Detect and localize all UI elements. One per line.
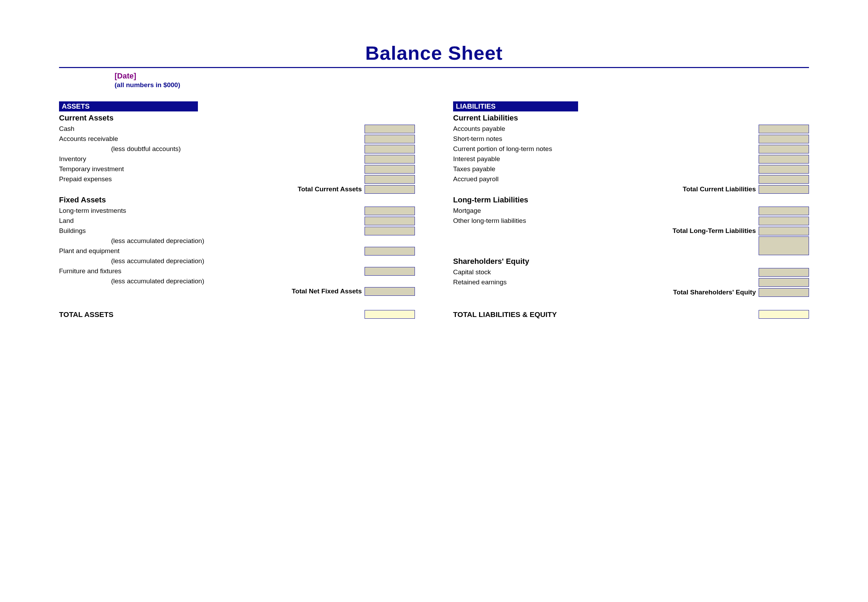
cell-total-assets[interactable] xyxy=(364,310,415,319)
label-cp-lt: Current portion of long-term notes xyxy=(453,145,759,153)
cell-taxes[interactable] xyxy=(759,165,809,174)
cell-cp-lt[interactable] xyxy=(759,145,809,154)
row-less-doubtful: (less doubtful accounts) xyxy=(59,144,415,154)
label-inventory: Inventory xyxy=(59,155,364,163)
row-total-fixed-assets: Total Net Fixed Assets xyxy=(59,286,415,296)
label-retained: Retained earnings xyxy=(453,278,759,286)
row-payroll: Accrued payroll xyxy=(453,174,809,184)
cell-lti[interactable] xyxy=(364,207,415,215)
label-land: Land xyxy=(59,217,364,225)
row-furniture: Furniture and fixtures xyxy=(59,266,415,276)
row-inventory: Inventory xyxy=(59,154,415,164)
row-capital: Capital stock xyxy=(453,267,809,277)
row-total-equity: Total Shareholders' Equity xyxy=(453,287,809,297)
cell-total-current-assets[interactable] xyxy=(364,185,415,194)
row-total-current-assets: Total Current Assets xyxy=(59,184,415,194)
cell-plant[interactable] xyxy=(364,247,415,255)
label-total-equity: Total Shareholders' Equity xyxy=(453,289,759,296)
equity-heading: Shareholders' Equity xyxy=(453,257,809,266)
row-total-assets: TOTAL ASSETS xyxy=(59,310,415,319)
cell-ar[interactable] xyxy=(364,135,415,143)
label-lti: Long-term investments xyxy=(59,207,364,215)
label-capital: Capital stock xyxy=(453,268,759,276)
cell-buildings[interactable] xyxy=(364,227,415,235)
row-spacer-tall xyxy=(453,236,809,255)
label-prepaid: Prepaid expenses xyxy=(59,175,364,183)
row-ap: Accounts payable xyxy=(453,124,809,134)
cell-retained[interactable] xyxy=(759,278,809,287)
cell-total-cl[interactable] xyxy=(759,185,809,194)
cell-ap[interactable] xyxy=(759,124,809,133)
cell-temp-inv[interactable] xyxy=(364,165,415,174)
row-land: Land xyxy=(59,216,415,226)
cell-cash[interactable] xyxy=(364,124,415,133)
row-mortgage: Mortgage xyxy=(453,206,809,216)
row-less-dep3: (less accumulated depreciation) xyxy=(59,276,415,286)
meta-block: [Date] (all numbers in $000) xyxy=(115,72,809,89)
label-plant: Plant and equipment xyxy=(59,247,364,255)
label-less-dep2: (less accumulated depreciation) xyxy=(59,257,364,265)
cell-mortgage[interactable] xyxy=(759,207,809,215)
columns: ASSETS Current Assets Cash Accounts rece… xyxy=(59,101,809,298)
label-ar: Accounts receivable xyxy=(59,135,364,143)
fixed-assets-heading: Fixed Assets xyxy=(59,195,415,204)
cell-less-dep1 xyxy=(364,237,415,246)
row-buildings: Buildings xyxy=(59,226,415,236)
assets-header: ASSETS xyxy=(59,101,198,111)
row-temp-investment: Temporary investment xyxy=(59,164,415,174)
cell-total-lt[interactable] xyxy=(759,227,809,235)
label-mortgage: Mortgage xyxy=(453,207,759,215)
label-less-doubtful: (less doubtful accounts) xyxy=(59,145,364,153)
row-total-liab-equity: TOTAL LIABILITIES & EQUITY xyxy=(453,310,809,319)
label-temp-inv: Temporary investment xyxy=(59,165,364,173)
cell-other-lt[interactable] xyxy=(759,217,809,225)
label-buildings: Buildings xyxy=(59,227,364,235)
cell-capital[interactable] xyxy=(759,268,809,277)
cell-payroll[interactable] xyxy=(759,175,809,184)
label-total-current-assets: Total Current Assets xyxy=(59,186,364,193)
row-st-notes: Short-term notes xyxy=(453,134,809,144)
row-taxes: Taxes payable xyxy=(453,164,809,174)
label-cash: Cash xyxy=(59,125,364,133)
label-total-fixed-assets: Total Net Fixed Assets xyxy=(59,287,364,295)
row-less-dep2: (less accumulated depreciation) xyxy=(59,256,415,266)
row-total-current-liabilities: Total Current Liabilities xyxy=(453,184,809,194)
cell-inventory[interactable] xyxy=(364,155,415,164)
units-note: (all numbers in $000) xyxy=(115,81,809,89)
label-total-lt: Total Long-Term Liabilities xyxy=(453,227,759,235)
cell-total-equity[interactable] xyxy=(759,288,809,297)
cell-spacer-tall[interactable] xyxy=(759,236,809,255)
label-less-dep3: (less accumulated depreciation) xyxy=(59,277,364,285)
liabilities-header: LIABILITIES xyxy=(453,101,578,111)
row-lti: Long-term investments xyxy=(59,206,415,216)
cell-interest[interactable] xyxy=(759,155,809,164)
cell-total-liab-equity[interactable] xyxy=(759,310,809,319)
cell-total-fixed-assets[interactable] xyxy=(364,287,415,296)
label-total-liab-equity: TOTAL LIABILITIES & EQUITY xyxy=(453,310,759,319)
cell-st-notes[interactable] xyxy=(759,135,809,143)
row-retained: Retained earnings xyxy=(453,277,809,287)
row-cp-lt: Current portion of long-term notes xyxy=(453,144,809,154)
grand-totals: TOTAL ASSETS TOTAL LIABILITIES & EQUITY xyxy=(59,310,809,319)
label-other-lt: Other long-term liabilities xyxy=(453,217,759,225)
cell-less-dep2 xyxy=(364,257,415,266)
label-ap: Accounts payable xyxy=(453,125,759,133)
liabilities-column: LIABILITIES Current Liabilities Accounts… xyxy=(453,101,809,298)
cell-less-dep3 xyxy=(364,277,415,286)
assets-column: ASSETS Current Assets Cash Accounts rece… xyxy=(59,101,415,298)
date-placeholder: [Date] xyxy=(115,72,809,81)
label-total-assets: TOTAL ASSETS xyxy=(59,310,364,319)
label-st-notes: Short-term notes xyxy=(453,135,759,143)
cell-land[interactable] xyxy=(364,217,415,225)
document-title: Balance Sheet xyxy=(59,41,809,64)
cell-less-doubtful[interactable] xyxy=(364,145,415,154)
current-liabilities-heading: Current Liabilities xyxy=(453,114,809,123)
longterm-liabilities-heading: Long-term Liabilities xyxy=(453,195,809,204)
cell-furniture[interactable] xyxy=(364,267,415,276)
row-cash: Cash xyxy=(59,124,415,134)
title-rule xyxy=(59,67,809,68)
cell-prepaid[interactable] xyxy=(364,175,415,184)
current-assets-heading: Current Assets xyxy=(59,114,415,123)
row-plant: Plant and equipment xyxy=(59,246,415,256)
label-less-dep1: (less accumulated depreciation) xyxy=(59,237,364,245)
